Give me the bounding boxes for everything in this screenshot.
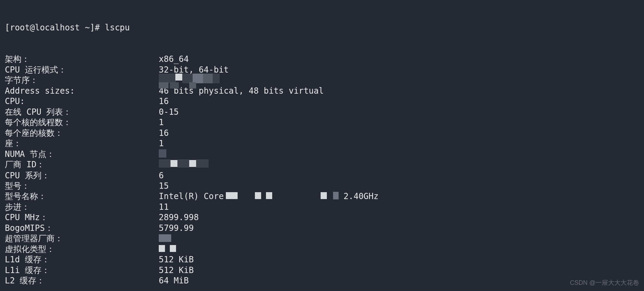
- shell-command: lscpu: [105, 22, 130, 33]
- info-label: L1i 缓存：: [5, 265, 159, 275]
- info-row: BogoMIPS：5799.99: [5, 223, 639, 233]
- redacted-block: [159, 234, 171, 243]
- redacted-block: [159, 149, 166, 159]
- info-value-text: 11: [159, 202, 169, 212]
- info-value-text: 1: [159, 139, 164, 148]
- info-row: L2 缓存：64 MiB: [5, 275, 639, 286]
- info-value-text: 2899.998: [159, 213, 199, 222]
- info-row: 字节序：: [5, 75, 639, 85]
- info-value-text: 64 MiB: [159, 276, 189, 285]
- info-value: 15: [159, 181, 169, 191]
- info-value-text: 512 KiB: [159, 265, 194, 275]
- info-row: 在线 CPU 列表：0-15: [5, 107, 639, 117]
- info-value: 2899.998: [159, 212, 199, 223]
- info-value-text: 0-15: [159, 107, 179, 117]
- info-label: CPU 系列：: [5, 170, 159, 181]
- info-value-text: 6: [159, 171, 164, 180]
- info-label: NUMA 节点：: [5, 149, 159, 159]
- info-label: 每个核的线程数：: [5, 117, 159, 128]
- terminal-output: [root@localhost ~]# lscpu 架构：x86_64CPU 运…: [0, 0, 644, 291]
- info-row: 每个核的线程数：1: [5, 117, 639, 128]
- info-value-text: 15: [159, 181, 169, 191]
- info-value-text: 16: [159, 96, 169, 106]
- redacted-block: [159, 160, 209, 170]
- info-value-text: 1: [159, 118, 164, 127]
- info-value: [159, 149, 166, 159]
- info-row: L1d 缓存：512 KiB: [5, 254, 639, 265]
- shell-prompt: [root@localhost ~]#: [5, 22, 105, 33]
- info-value-text: x86_64: [159, 54, 189, 64]
- csdn-watermark: CSDN @一屉大大大花卷: [570, 279, 639, 287]
- info-value-text: 5799.99: [159, 223, 194, 233]
- info-value: [159, 233, 171, 244]
- info-value-text: 16: [159, 128, 169, 138]
- info-row: NUMA 节点：: [5, 149, 639, 159]
- prompt-line: [root@localhost ~]# lscpu: [5, 22, 639, 33]
- info-label: 每个座的核数：: [5, 128, 159, 138]
- info-label: 座：: [5, 138, 159, 149]
- info-value: 16: [159, 128, 169, 138]
- info-label: 在线 CPU 列表：: [5, 107, 159, 117]
- info-label: 型号：: [5, 181, 159, 191]
- info-label: CPU:: [5, 96, 159, 106]
- info-value: 512 KiB: [159, 265, 194, 275]
- info-row: 型号名称：Intel(R) Core 2.40GHz: [5, 191, 639, 201]
- info-label: 厂商 ID：: [5, 159, 159, 170]
- info-value: 1: [159, 138, 164, 149]
- info-row: CPU 运行模式：32-bit, 64-bit: [5, 65, 639, 75]
- info-value-suffix: 2.40GHz: [339, 191, 379, 201]
- redacted-block: [224, 191, 339, 201]
- info-value: 46 bits physical, 48 bits virtual: [159, 86, 324, 96]
- info-value: 1: [159, 117, 164, 128]
- info-row: 座：1: [5, 138, 639, 149]
- info-row: CPU:16: [5, 96, 639, 106]
- info-row: 虚拟化类型：: [5, 244, 639, 254]
- info-value: 6: [159, 170, 164, 181]
- info-value-text: Intel(R) Core: [159, 191, 224, 201]
- info-label: Address sizes:: [5, 86, 159, 96]
- info-value: [159, 159, 209, 170]
- info-value: Intel(R) Core 2.40GHz: [159, 191, 378, 201]
- info-row: 每个座的核数：16: [5, 128, 639, 138]
- redacted-block: [159, 244, 176, 254]
- info-value: 64 MiB: [159, 275, 189, 286]
- info-label: CPU 运行模式：: [5, 65, 159, 75]
- info-label: 步进：: [5, 202, 159, 212]
- info-label: 型号名称：: [5, 191, 159, 201]
- info-row: CPU MHz：2899.998: [5, 212, 639, 223]
- lscpu-output: 架构：x86_64CPU 运行模式：32-bit, 64-bit字节序：Addr…: [5, 54, 639, 286]
- info-row: Address sizes:46 bits physical, 48 bits …: [5, 86, 639, 96]
- info-label: 架构：: [5, 54, 159, 64]
- info-row: 架构：x86_64: [5, 54, 639, 64]
- info-label: BogoMIPS：: [5, 223, 159, 233]
- info-value: 512 KiB: [159, 254, 194, 265]
- info-value-text: 512 KiB: [159, 255, 194, 264]
- info-row: 超管理器厂商：: [5, 233, 639, 244]
- info-label: 超管理器厂商：: [5, 233, 159, 244]
- info-row: 型号：15: [5, 181, 639, 191]
- info-row: CPU 系列：6: [5, 170, 639, 181]
- info-value: [159, 244, 176, 254]
- info-row: 厂商 ID：: [5, 159, 639, 170]
- info-label: CPU MHz：: [5, 212, 159, 223]
- info-row: L1i 缓存：512 KiB: [5, 265, 639, 275]
- info-value: 11: [159, 202, 169, 212]
- info-row: 步进：11: [5, 202, 639, 212]
- info-value: 5799.99: [159, 223, 194, 233]
- info-value: x86_64: [159, 54, 189, 64]
- info-label: L1d 缓存：: [5, 254, 159, 265]
- info-value: 0-15: [159, 107, 179, 117]
- info-value-text: 32-bit, 64-bit: [159, 65, 229, 75]
- info-value: 16: [159, 96, 169, 106]
- info-label: 虚拟化类型：: [5, 244, 159, 254]
- info-label: L2 缓存：: [5, 275, 159, 286]
- info-label: 字节序：: [5, 75, 159, 85]
